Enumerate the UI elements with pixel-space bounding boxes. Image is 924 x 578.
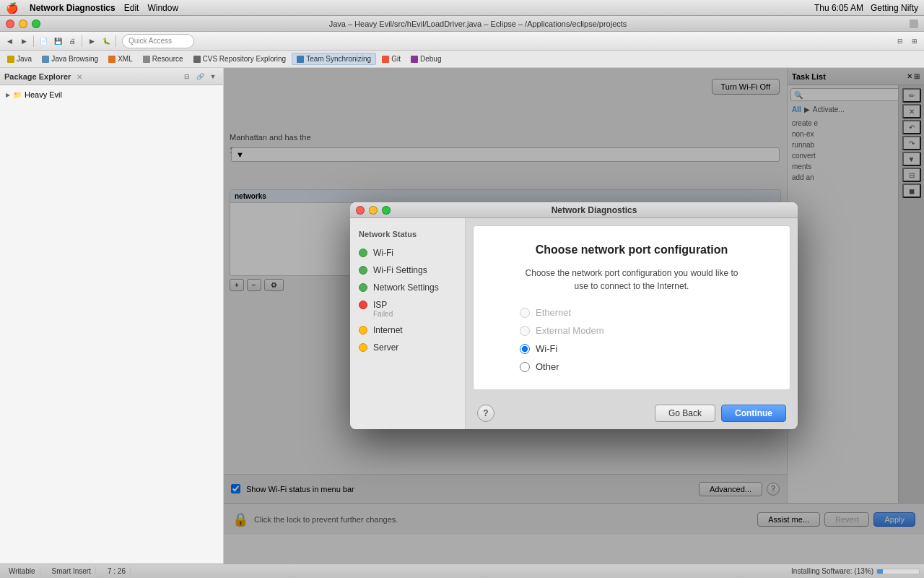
persp-java[interactable]: Java [3, 53, 36, 64]
package-explorer-toolbar: ⊟ 🔗 ▼ [181, 71, 219, 82]
quick-access-box[interactable]: Quick Access [122, 34, 194, 48]
resource-icon [143, 56, 150, 63]
net-item-wifi-settings[interactable]: Wi-Fi Settings [350, 262, 465, 279]
toolbar-sep-2 [82, 35, 82, 47]
eclipse-title: Java – Heavy Evil/src/hEvil/LoadDriver.j… [46, 20, 910, 28]
status-progress-text: Installing Software: (13%) [791, 567, 873, 575]
net-diag-main: Choose network port configuration Choose… [466, 218, 798, 429]
status-progress-area: Installing Software: (13%) [791, 567, 920, 575]
net-diag-title: Network Diagnostics [396, 205, 792, 215]
status-insert: Smart Insert [48, 567, 96, 575]
package-explorer-close[interactable]: ✕ [77, 73, 84, 80]
toolbar-run[interactable]: ▶ [85, 35, 98, 48]
progress-bar [876, 569, 920, 574]
app-menu-name[interactable]: Network Diagnostics [30, 3, 116, 13]
maximize-button[interactable] [32, 20, 40, 28]
radio-external-modem[interactable] [520, 326, 530, 336]
net-diag-min-btn[interactable] [369, 206, 378, 215]
persp-cvs[interactable]: CVS Repository Exploring [189, 53, 291, 64]
modal-overlay: Network Diagnostics Network Status Wi-Fi [224, 68, 924, 564]
net-diag-max-btn[interactable] [382, 206, 391, 215]
persp-java-browsing[interactable]: Java Browsing [38, 53, 103, 64]
package-explorer-panel: Package Explorer ✕ ⊟ 🔗 ▼ ▶ 📁 Heavy Evil [0, 68, 224, 564]
net-content-title: Choose network port configuration [491, 243, 772, 256]
menu-window[interactable]: Window [147, 3, 178, 13]
net-help-button[interactable]: ? [477, 405, 494, 422]
net-diag-body: Network Status Wi-Fi Wi-Fi Settings [350, 218, 798, 429]
tree-item-heavy-evil[interactable]: ▶ 📁 Heavy Evil [3, 88, 220, 101]
net-item-network-settings[interactable]: Network Settings [350, 279, 465, 296]
wifi-settings-dot-icon [359, 266, 367, 275]
apple-menu[interactable]: 🍎 [6, 2, 18, 14]
menu-time: Thu 6:05 AM [814, 3, 863, 13]
pe-link-icon[interactable]: 🔗 [194, 71, 206, 82]
net-diag-close-btn[interactable] [356, 206, 365, 215]
toolbar-print[interactable]: 🖨 [66, 35, 79, 48]
pe-collapse-icon[interactable]: ⊟ [181, 71, 193, 82]
net-item-isp[interactable]: ISP Failed [350, 296, 465, 322]
net-item-internet-label: Internet [373, 325, 403, 335]
radio-other[interactable] [520, 362, 530, 372]
toolbar-restore[interactable]: ⊞ [908, 35, 921, 48]
eclipse-toolbar: ◀ ▶ 📄 💾 🖨 ▶ 🐛 Quick Access ⊟ ⊞ [0, 32, 924, 51]
pe-menu-icon[interactable]: ▼ [207, 71, 219, 82]
go-back-button[interactable]: Go Back [655, 405, 715, 422]
net-btn-group: Go Back Continue [655, 405, 786, 422]
package-explorer-content: ▶ 📁 Heavy Evil [0, 85, 223, 564]
option-wifi[interactable]: Wi-Fi [520, 343, 744, 354]
internet-dot-icon [359, 326, 367, 335]
option-ethernet[interactable]: Ethernet [520, 307, 744, 318]
project-label: Heavy Evil [25, 90, 62, 99]
net-item-server-label: Server [373, 342, 398, 353]
package-explorer-header: Package Explorer ✕ ⊟ 🔗 ▼ [0, 68, 223, 85]
toolbar-new[interactable]: 📄 [37, 35, 50, 48]
close-button[interactable] [6, 20, 14, 28]
toolbar-minimize[interactable]: ⊟ [894, 35, 907, 48]
net-item-isp-failed: Failed [373, 310, 393, 318]
net-item-internet[interactable]: Internet [350, 322, 465, 339]
quick-access-label: Quick Access [128, 37, 172, 45]
eclipse-window: Java – Heavy Evil/src/hEvil/LoadDriver.j… [0, 16, 924, 578]
net-diag-buttons: ? Go Back Continue [466, 397, 798, 429]
persp-resource[interactable]: Resource [139, 53, 188, 64]
toolbar-save[interactable]: 💾 [51, 35, 64, 48]
radio-ethernet[interactable] [520, 308, 530, 318]
option-external-modem-label: External Modem [536, 325, 604, 336]
persp-git-label: Git [391, 55, 401, 63]
net-status-title: Network Status [350, 230, 465, 244]
net-item-server[interactable]: Server [350, 339, 465, 356]
option-external-modem[interactable]: External Modem [520, 325, 744, 336]
team-sync-icon [297, 56, 304, 63]
net-item-wifi-settings-label: Wi-Fi Settings [373, 265, 427, 275]
net-item-network-settings-label: Network Settings [373, 282, 439, 293]
toolbar-debug[interactable]: 🐛 [100, 35, 113, 48]
option-ethernet-label: Ethernet [536, 307, 571, 318]
net-diag-content: Choose network port configuration Choose… [473, 225, 790, 390]
menu-edit[interactable]: Edit [124, 3, 139, 13]
option-other-label: Other [536, 361, 559, 372]
net-diag-window-controls [356, 206, 391, 215]
net-diag-titlebar: Network Diagnostics [350, 202, 798, 218]
persp-team-sync[interactable]: Team Synchronizing [292, 53, 376, 65]
minimize-button[interactable] [19, 20, 27, 28]
toolbar-btn-1[interactable]: ◀ [3, 35, 16, 48]
package-explorer-title: Package Explorer [4, 72, 71, 81]
net-diag-sidebar: Network Status Wi-Fi Wi-Fi Settings [350, 218, 466, 429]
java-browsing-icon [42, 56, 49, 63]
perspective-bar: Java Java Browsing XML Resource CVS Repo… [0, 51, 924, 68]
net-item-wifi[interactable]: Wi-Fi [350, 244, 465, 262]
network-settings-dot-icon [359, 283, 367, 292]
toolbar-btn-2[interactable]: ▶ [17, 35, 30, 48]
radio-wifi[interactable] [520, 344, 530, 354]
toolbar-sep-1 [33, 35, 34, 47]
toolbar-sep-3 [116, 35, 116, 47]
status-position: 7 : 26 [103, 567, 131, 575]
java-icon [7, 56, 14, 63]
option-other[interactable]: Other [520, 361, 744, 372]
persp-git[interactable]: Git [378, 53, 405, 64]
persp-debug[interactable]: Debug [406, 53, 445, 64]
xml-icon [108, 56, 116, 63]
resize-icon[interactable] [910, 20, 918, 28]
persp-xml[interactable]: XML [104, 53, 137, 64]
continue-button[interactable]: Continue [721, 405, 786, 422]
